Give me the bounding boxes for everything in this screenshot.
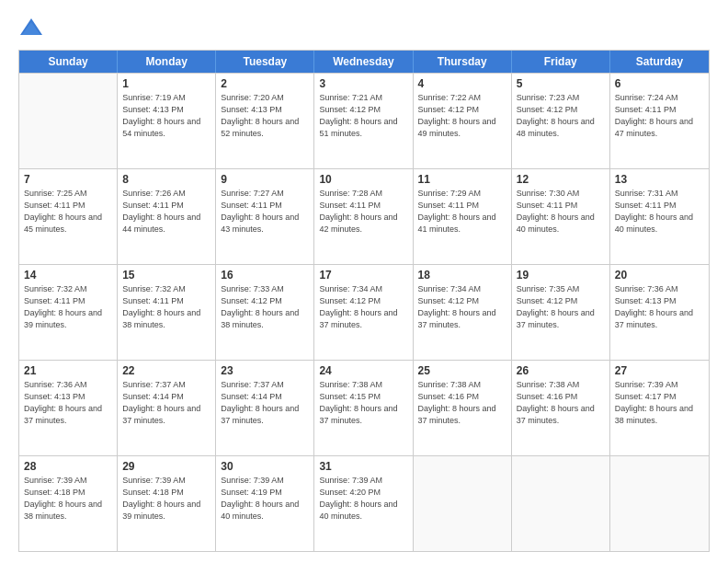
day-cell-9: 9Sunrise: 7:27 AM Sunset: 4:11 PM Daylig… [216, 169, 314, 264]
day-info: Sunrise: 7:39 AM Sunset: 4:18 PM Dayligh… [122, 475, 210, 523]
calendar-body: 1Sunrise: 7:19 AM Sunset: 4:13 PM Daylig… [19, 73, 709, 551]
day-info: Sunrise: 7:34 AM Sunset: 4:12 PM Dayligh… [418, 283, 506, 331]
day-number: 2 [221, 77, 309, 90]
day-info: Sunrise: 7:21 AM Sunset: 4:12 PM Dayligh… [319, 92, 407, 140]
day-cell-13: 13Sunrise: 7:31 AM Sunset: 4:11 PM Dayli… [610, 169, 709, 264]
day-info: Sunrise: 7:33 AM Sunset: 4:12 PM Dayligh… [221, 283, 309, 331]
day-number: 13 [615, 173, 704, 186]
day-info: Sunrise: 7:19 AM Sunset: 4:13 PM Dayligh… [122, 92, 210, 140]
day-info: Sunrise: 7:20 AM Sunset: 4:13 PM Dayligh… [221, 92, 309, 140]
day-info: Sunrise: 7:26 AM Sunset: 4:11 PM Dayligh… [122, 188, 210, 236]
day-number: 8 [122, 173, 210, 186]
day-cell-22: 22Sunrise: 7:37 AM Sunset: 4:14 PM Dayli… [118, 361, 216, 455]
calendar-week-2: 7Sunrise: 7:25 AM Sunset: 4:11 PM Daylig… [19, 168, 709, 264]
day-info: Sunrise: 7:36 AM Sunset: 4:13 PM Dayligh… [615, 283, 704, 331]
day-info: Sunrise: 7:32 AM Sunset: 4:11 PM Dayligh… [122, 283, 210, 331]
day-info: Sunrise: 7:31 AM Sunset: 4:11 PM Dayligh… [615, 188, 704, 236]
day-info: Sunrise: 7:39 AM Sunset: 4:20 PM Dayligh… [319, 475, 407, 523]
weekday-header-monday: Monday [118, 51, 216, 73]
day-cell-2: 2Sunrise: 7:20 AM Sunset: 4:13 PM Daylig… [216, 74, 314, 168]
day-info: Sunrise: 7:27 AM Sunset: 4:11 PM Dayligh… [221, 188, 309, 236]
day-number: 19 [517, 269, 605, 282]
day-number: 1 [122, 77, 210, 90]
day-number: 23 [221, 364, 309, 377]
day-number: 4 [418, 77, 506, 90]
day-cell-18: 18Sunrise: 7:34 AM Sunset: 4:12 PM Dayli… [414, 265, 512, 360]
calendar-week-3: 14Sunrise: 7:32 AM Sunset: 4:11 PM Dayli… [19, 264, 709, 360]
day-cell-5: 5Sunrise: 7:23 AM Sunset: 4:12 PM Daylig… [512, 74, 610, 168]
logo [18, 17, 48, 42]
day-cell-19: 19Sunrise: 7:35 AM Sunset: 4:12 PM Dayli… [512, 265, 610, 360]
day-info: Sunrise: 7:34 AM Sunset: 4:12 PM Dayligh… [319, 283, 407, 331]
day-info: Sunrise: 7:30 AM Sunset: 4:11 PM Dayligh… [517, 188, 605, 236]
day-number: 30 [221, 460, 309, 473]
day-cell-27: 27Sunrise: 7:39 AM Sunset: 4:17 PM Dayli… [610, 361, 709, 455]
day-number: 6 [615, 77, 704, 90]
empty-cell [610, 456, 709, 551]
day-number: 25 [418, 364, 506, 377]
day-info: Sunrise: 7:38 AM Sunset: 4:16 PM Dayligh… [418, 379, 506, 427]
weekday-header-wednesday: Wednesday [314, 51, 413, 73]
day-number: 24 [319, 364, 407, 377]
weekday-header-sunday: Sunday [19, 51, 118, 73]
day-info: Sunrise: 7:24 AM Sunset: 4:11 PM Dayligh… [615, 92, 704, 140]
day-cell-30: 30Sunrise: 7:39 AM Sunset: 4:19 PM Dayli… [216, 456, 314, 551]
day-cell-6: 6Sunrise: 7:24 AM Sunset: 4:11 PM Daylig… [610, 74, 709, 168]
page: SundayMondayTuesdayWednesdayThursdayFrid… [0, 0, 728, 563]
weekday-header-thursday: Thursday [414, 51, 512, 73]
day-info: Sunrise: 7:38 AM Sunset: 4:16 PM Dayligh… [517, 379, 605, 427]
day-number: 20 [615, 269, 704, 282]
day-cell-12: 12Sunrise: 7:30 AM Sunset: 4:11 PM Dayli… [512, 169, 610, 264]
day-number: 11 [418, 173, 506, 186]
day-cell-7: 7Sunrise: 7:25 AM Sunset: 4:11 PM Daylig… [19, 169, 118, 264]
empty-cell [512, 456, 610, 551]
day-cell-28: 28Sunrise: 7:39 AM Sunset: 4:18 PM Dayli… [19, 456, 118, 551]
day-cell-1: 1Sunrise: 7:19 AM Sunset: 4:13 PM Daylig… [118, 74, 216, 168]
weekday-header-tuesday: Tuesday [216, 51, 314, 73]
day-cell-29: 29Sunrise: 7:39 AM Sunset: 4:18 PM Dayli… [118, 456, 216, 551]
day-cell-17: 17Sunrise: 7:34 AM Sunset: 4:12 PM Dayli… [314, 265, 413, 360]
day-info: Sunrise: 7:39 AM Sunset: 4:18 PM Dayligh… [24, 475, 112, 523]
day-cell-25: 25Sunrise: 7:38 AM Sunset: 4:16 PM Dayli… [414, 361, 512, 455]
day-info: Sunrise: 7:25 AM Sunset: 4:11 PM Dayligh… [24, 188, 112, 236]
day-number: 5 [517, 77, 605, 90]
day-info: Sunrise: 7:29 AM Sunset: 4:11 PM Dayligh… [418, 188, 506, 236]
day-number: 10 [319, 173, 407, 186]
calendar-week-1: 1Sunrise: 7:19 AM Sunset: 4:13 PM Daylig… [19, 73, 709, 168]
day-info: Sunrise: 7:37 AM Sunset: 4:14 PM Dayligh… [122, 379, 210, 427]
day-cell-15: 15Sunrise: 7:32 AM Sunset: 4:11 PM Dayli… [118, 265, 216, 360]
day-number: 27 [615, 364, 704, 377]
day-number: 14 [24, 269, 112, 282]
calendar: SundayMondayTuesdayWednesdayThursdayFrid… [18, 50, 710, 552]
weekday-header-friday: Friday [512, 51, 610, 73]
empty-cell [19, 74, 118, 168]
day-number: 15 [122, 269, 210, 282]
day-cell-3: 3Sunrise: 7:21 AM Sunset: 4:12 PM Daylig… [314, 74, 413, 168]
day-number: 29 [122, 460, 210, 473]
day-info: Sunrise: 7:38 AM Sunset: 4:15 PM Dayligh… [319, 379, 407, 427]
day-cell-26: 26Sunrise: 7:38 AM Sunset: 4:16 PM Dayli… [512, 361, 610, 455]
day-cell-4: 4Sunrise: 7:22 AM Sunset: 4:12 PM Daylig… [414, 74, 512, 168]
calendar-week-5: 28Sunrise: 7:39 AM Sunset: 4:18 PM Dayli… [19, 455, 709, 551]
day-info: Sunrise: 7:39 AM Sunset: 4:17 PM Dayligh… [615, 379, 704, 427]
day-number: 17 [319, 269, 407, 282]
calendar-week-4: 21Sunrise: 7:36 AM Sunset: 4:13 PM Dayli… [19, 360, 709, 455]
day-cell-31: 31Sunrise: 7:39 AM Sunset: 4:20 PM Dayli… [314, 456, 413, 551]
weekday-header-saturday: Saturday [610, 51, 709, 73]
day-cell-24: 24Sunrise: 7:38 AM Sunset: 4:15 PM Dayli… [314, 361, 413, 455]
day-number: 3 [319, 77, 407, 90]
day-info: Sunrise: 7:32 AM Sunset: 4:11 PM Dayligh… [24, 283, 112, 331]
day-number: 18 [418, 269, 506, 282]
day-number: 16 [221, 269, 309, 282]
day-info: Sunrise: 7:35 AM Sunset: 4:12 PM Dayligh… [517, 283, 605, 331]
day-info: Sunrise: 7:37 AM Sunset: 4:14 PM Dayligh… [221, 379, 309, 427]
day-number: 12 [517, 173, 605, 186]
day-info: Sunrise: 7:23 AM Sunset: 4:12 PM Dayligh… [517, 92, 605, 140]
day-number: 28 [24, 460, 112, 473]
day-info: Sunrise: 7:22 AM Sunset: 4:12 PM Dayligh… [418, 92, 506, 140]
day-cell-21: 21Sunrise: 7:36 AM Sunset: 4:13 PM Dayli… [19, 361, 118, 455]
logo-icon [18, 17, 44, 42]
day-cell-11: 11Sunrise: 7:29 AM Sunset: 4:11 PM Dayli… [414, 169, 512, 264]
day-info: Sunrise: 7:36 AM Sunset: 4:13 PM Dayligh… [24, 379, 112, 427]
day-number: 26 [517, 364, 605, 377]
